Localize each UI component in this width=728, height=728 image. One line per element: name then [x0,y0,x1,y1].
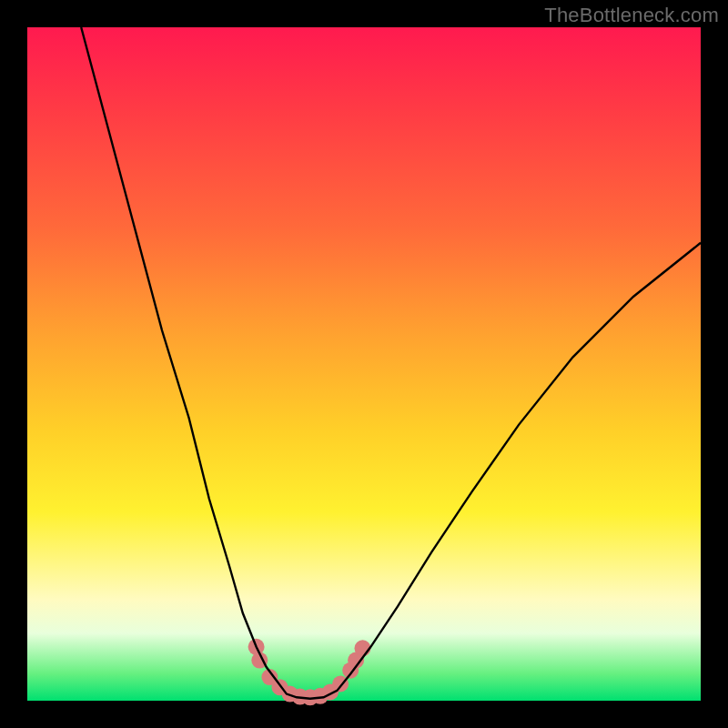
bottleneck-curve [81,27,701,699]
plot-area [27,27,701,701]
watermark-text: TheBottleneck.com [544,4,719,27]
chart-frame: TheBottleneck.com [0,0,728,728]
curve-layer [27,27,701,701]
